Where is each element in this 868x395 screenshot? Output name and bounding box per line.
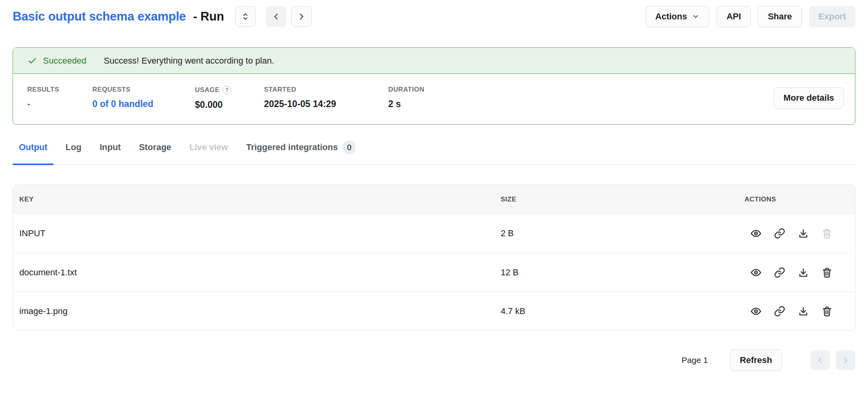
- next-page-button: [836, 350, 855, 370]
- column-header-size: SIZE: [501, 196, 745, 203]
- view-icon[interactable]: [750, 228, 762, 239]
- tab-storage[interactable]: Storage: [133, 141, 178, 164]
- row-size: 2 B: [501, 228, 745, 239]
- header-actions: Actions API Share Export: [645, 6, 855, 27]
- row-key: image-1.png: [19, 306, 501, 316]
- delete-icon: [821, 228, 833, 239]
- row-key: INPUT: [19, 228, 501, 239]
- stat-started: STARTED 2025-10-05 14:29: [264, 86, 388, 109]
- more-details-button[interactable]: More details: [774, 87, 844, 109]
- column-header-key: KEY: [19, 196, 501, 203]
- stat-started-value: 2025-10-05 14:29: [264, 99, 388, 109]
- download-icon[interactable]: [797, 267, 809, 278]
- stat-usage: USAGE ? $0.000: [195, 86, 264, 110]
- actor-title-link[interactable]: Basic output schema example: [13, 9, 186, 23]
- table-row: INPUT 2 B: [13, 214, 855, 253]
- table-row: image-1.png 4.7 kB: [13, 292, 855, 330]
- page-title-suffix: - Run: [193, 9, 224, 23]
- download-icon[interactable]: [797, 228, 809, 239]
- page-title: Basic output schema example - Run: [13, 9, 224, 24]
- stat-usage-value: $0.000: [195, 100, 264, 110]
- link-icon[interactable]: [774, 228, 786, 239]
- actions-dropdown-button[interactable]: Actions: [645, 6, 710, 27]
- column-header-actions: ACTIONS: [745, 196, 849, 203]
- run-navigation: [235, 6, 312, 27]
- tab-input[interactable]: Input: [93, 141, 127, 164]
- row-size: 12 B: [501, 267, 745, 278]
- refresh-button[interactable]: Refresh: [730, 350, 782, 371]
- table-row: document-1.txt 12 B: [13, 253, 855, 292]
- actions-dropdown-label: Actions: [655, 11, 687, 22]
- row-key: document-1.txt: [19, 267, 501, 278]
- run-tabs: Output Log Input Storage Live view Trigg…: [13, 141, 855, 165]
- view-icon[interactable]: [750, 267, 762, 278]
- tab-live-view: Live view: [183, 141, 234, 164]
- run-detail-page: Basic output schema example - Run: [0, 0, 868, 371]
- download-icon[interactable]: [797, 305, 809, 317]
- status-badge: Succeeded: [43, 56, 86, 66]
- page-number-label: Page 1: [682, 356, 708, 365]
- chevron-right-icon: [296, 11, 307, 22]
- run-status-card: Succeeded Success! Everything went accor…: [13, 47, 855, 125]
- question-circle-icon[interactable]: ?: [223, 86, 231, 94]
- stat-requests-value[interactable]: 0 of 0 handled: [92, 99, 195, 109]
- api-button[interactable]: API: [716, 6, 751, 27]
- table-pagination: Page 1 Refresh: [13, 350, 855, 371]
- stat-duration: DURATION 2 s: [388, 86, 425, 109]
- stat-results: RESULTS -: [27, 86, 92, 109]
- check-icon: [27, 56, 37, 66]
- output-table: KEY SIZE ACTIONS INPUT 2 B document-1.tx…: [13, 184, 855, 331]
- export-button: Export: [809, 6, 855, 27]
- view-icon[interactable]: [750, 305, 762, 317]
- status-message: Success! Everything went according to pl…: [104, 56, 274, 66]
- next-run-button[interactable]: [291, 6, 312, 27]
- tab-triggered-integrations[interactable]: Triggered integrations 0: [240, 141, 362, 164]
- run-stats: RESULTS - REQUESTS 0 of 0 handled USAGE …: [13, 74, 855, 124]
- integrations-count-badge: 0: [342, 141, 356, 154]
- header: Basic output schema example - Run: [13, 6, 855, 28]
- chevron-left-icon: [816, 356, 825, 365]
- share-button[interactable]: Share: [758, 6, 802, 27]
- tab-output[interactable]: Output: [13, 141, 54, 164]
- table-header-row: KEY SIZE ACTIONS: [13, 185, 855, 214]
- success-banner: Succeeded Success! Everything went accor…: [13, 48, 855, 74]
- link-icon[interactable]: [774, 305, 786, 317]
- stat-duration-value: 2 s: [388, 99, 425, 109]
- tab-log[interactable]: Log: [59, 141, 88, 164]
- delete-icon[interactable]: [821, 305, 833, 317]
- up-down-selector-icon: [240, 11, 251, 22]
- chevron-left-icon: [271, 11, 281, 22]
- link-icon[interactable]: [774, 267, 786, 278]
- previous-page-button: [810, 350, 830, 370]
- previous-run-button[interactable]: [266, 6, 286, 27]
- chevron-down-icon: [692, 13, 700, 21]
- chevron-right-icon: [841, 356, 850, 365]
- stat-results-value[interactable]: -: [27, 99, 92, 109]
- run-selector-button[interactable]: [235, 6, 256, 27]
- stat-requests: REQUESTS 0 of 0 handled: [92, 86, 195, 109]
- delete-icon[interactable]: [821, 267, 833, 278]
- row-size: 4.7 kB: [501, 306, 745, 316]
